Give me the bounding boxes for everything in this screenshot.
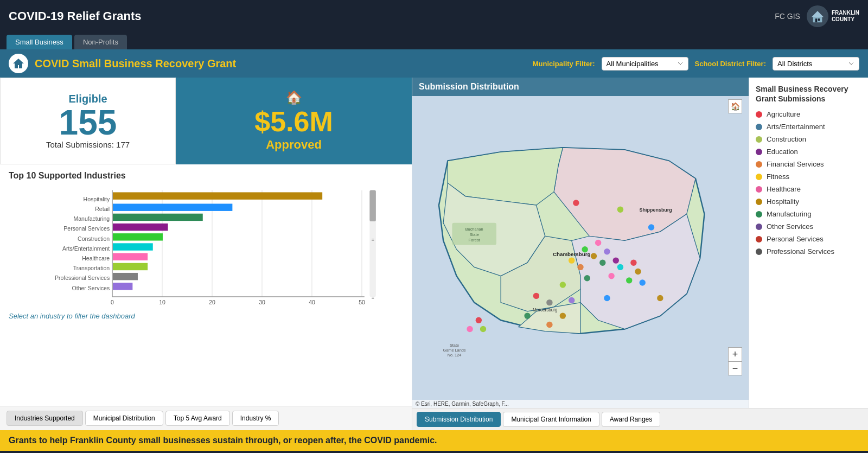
svg-rect-20 bbox=[113, 192, 322, 199]
legend-label: Personal Services bbox=[767, 235, 824, 243]
svg-rect-22 bbox=[113, 204, 232, 211]
eligible-stat: Eligible 155 Total Submissions: 177 bbox=[0, 78, 176, 164]
zoom-in-button[interactable]: + bbox=[728, 347, 742, 361]
svg-text:40: 40 bbox=[309, 299, 315, 305]
legend-label: Other Services bbox=[767, 222, 813, 231]
legend-item[interactable]: Manufacturing bbox=[756, 210, 861, 218]
map-tab-submission[interactable]: Submission Distribution bbox=[417, 412, 501, 427]
legend-item[interactable]: Professional Services bbox=[756, 247, 861, 256]
legend-item[interactable]: Financial Services bbox=[756, 160, 861, 168]
chart-tab-top5[interactable]: Top 5 Avg Award bbox=[165, 411, 230, 426]
legend-dot bbox=[756, 174, 762, 180]
tab-non-profits[interactable]: Non-Profits bbox=[74, 35, 127, 49]
svg-point-82 bbox=[569, 297, 575, 303]
svg-rect-32 bbox=[113, 253, 148, 260]
svg-text:Arts/Entertainment: Arts/Entertainment bbox=[62, 245, 110, 252]
svg-point-83 bbox=[560, 312, 566, 318]
legend-label: Professional Services bbox=[767, 247, 834, 256]
app-title: COVID-19 Relief Grants bbox=[9, 9, 142, 23]
svg-point-67 bbox=[604, 248, 610, 254]
right-panel: Submission Distribution bbox=[412, 78, 868, 430]
legend-item[interactable]: Personal Services bbox=[756, 235, 861, 243]
municipality-filter-select[interactable]: All Municipalities bbox=[602, 57, 688, 71]
chart-tab-municipal[interactable]: Municipal Distribution bbox=[85, 411, 163, 426]
svg-text:Healthcare: Healthcare bbox=[82, 255, 110, 261]
bottom-banner: Grants to help Franklin County small bus… bbox=[0, 430, 868, 451]
legend-dot bbox=[756, 124, 762, 130]
svg-point-69 bbox=[569, 257, 575, 263]
map-zoom-controls: + − bbox=[728, 347, 742, 375]
chart-container: 0 10 20 30 40 50 Hospitality Retail bbox=[9, 185, 403, 310]
school-district-filter-select[interactable]: All Districts bbox=[773, 57, 859, 71]
map-area: Submission Distribution bbox=[412, 78, 749, 408]
svg-text:Mercersburg: Mercersburg bbox=[533, 308, 558, 312]
filters: Municipality Filter: All Municipalities … bbox=[533, 57, 859, 71]
svg-point-90 bbox=[657, 295, 663, 301]
map-home-button[interactable]: 🏠 bbox=[728, 99, 742, 113]
fc-gis-label: FC GIS bbox=[775, 12, 800, 21]
legend-dot bbox=[756, 186, 762, 193]
legend-label: Education bbox=[767, 148, 798, 156]
legend-label: Manufacturing bbox=[767, 210, 811, 218]
amount-stat: 🏠 $5.6M Approved bbox=[176, 78, 412, 164]
svg-rect-30 bbox=[113, 243, 153, 250]
logo-icon bbox=[807, 5, 828, 27]
svg-point-62 bbox=[617, 207, 623, 213]
svg-text:Retail: Retail bbox=[95, 206, 110, 212]
legend-panel: Small Business Recovery Grant Submission… bbox=[749, 78, 868, 408]
svg-rect-40 bbox=[369, 190, 376, 222]
svg-marker-2 bbox=[812, 11, 824, 17]
chart-tab-industries[interactable]: Industries Supported bbox=[7, 411, 83, 426]
legend-dot bbox=[756, 248, 762, 255]
legend-title: Small Business Recovery Grant Submission… bbox=[756, 84, 861, 104]
svg-point-81 bbox=[546, 299, 552, 305]
legend-item[interactable]: Arts/Entertainment bbox=[756, 123, 861, 131]
logo-area: FRANKLIN COUNTY bbox=[807, 5, 859, 27]
banner-title: COVID Small Business Recovery Grant bbox=[35, 58, 526, 70]
svg-rect-36 bbox=[113, 273, 138, 280]
svg-point-79 bbox=[560, 282, 566, 288]
amount-label: Approved bbox=[266, 138, 322, 152]
legend-item[interactable]: Hospitality bbox=[756, 197, 861, 206]
municipality-filter-label: Municipality Filter: bbox=[533, 60, 595, 68]
main-content: COVID Small Business Recovery Grant Muni… bbox=[0, 49, 868, 451]
stats-row: Eligible 155 Total Submissions: 177 🏠 $5… bbox=[0, 78, 412, 164]
legend-dot bbox=[756, 224, 762, 230]
map-attribution: © Esri, HERE, Garmin, SafeGraph, F... bbox=[412, 400, 749, 408]
legend-item[interactable]: Fitness bbox=[756, 173, 861, 181]
svg-text:Personal Services: Personal Services bbox=[63, 225, 110, 232]
map-tabs: Submission Distribution Municipal Grant … bbox=[412, 408, 868, 430]
legend-label: Arts/Entertainment bbox=[767, 123, 825, 131]
legend-dot bbox=[756, 149, 762, 155]
banner: COVID Small Business Recovery Grant Muni… bbox=[0, 49, 868, 78]
svg-text:≡: ≡ bbox=[372, 295, 374, 301]
svg-point-76 bbox=[640, 279, 646, 285]
chart-title: Top 10 Supported Industries bbox=[9, 171, 403, 181]
svg-text:Construction: Construction bbox=[78, 235, 110, 242]
tab-small-business[interactable]: Small Business bbox=[7, 35, 72, 49]
legend-dot bbox=[756, 111, 762, 118]
svg-point-65 bbox=[582, 246, 588, 252]
map-tab-municipal[interactable]: Municipal Grant Information bbox=[503, 412, 599, 427]
svg-point-64 bbox=[595, 240, 601, 246]
legend-label: Agriculture bbox=[767, 110, 800, 118]
legend-label: Financial Services bbox=[767, 160, 824, 168]
map-tab-award[interactable]: Award Ranges bbox=[602, 412, 661, 427]
svg-text:Transportation: Transportation bbox=[73, 265, 110, 271]
svg-text:No. 124: No. 124 bbox=[448, 353, 462, 358]
svg-point-63 bbox=[648, 224, 654, 230]
bottom-banner-text: Grants to help Franklin County small bus… bbox=[9, 436, 437, 445]
legend-item[interactable]: Other Services bbox=[756, 222, 861, 231]
legend-item[interactable]: Education bbox=[756, 148, 861, 156]
svg-text:Professional Services: Professional Services bbox=[55, 275, 110, 281]
zoom-out-button[interactable]: − bbox=[728, 361, 742, 375]
svg-text:≡: ≡ bbox=[372, 237, 374, 243]
svg-text:Forest: Forest bbox=[469, 238, 480, 243]
chart-tab-industry-pct[interactable]: Industry % bbox=[232, 411, 279, 426]
legend-item[interactable]: Agriculture bbox=[756, 110, 861, 118]
svg-point-86 bbox=[476, 317, 482, 323]
legend-item[interactable]: Construction bbox=[756, 135, 861, 143]
svg-text:0: 0 bbox=[111, 299, 114, 305]
svg-point-74 bbox=[635, 269, 641, 275]
legend-item[interactable]: Healthcare bbox=[756, 185, 861, 193]
